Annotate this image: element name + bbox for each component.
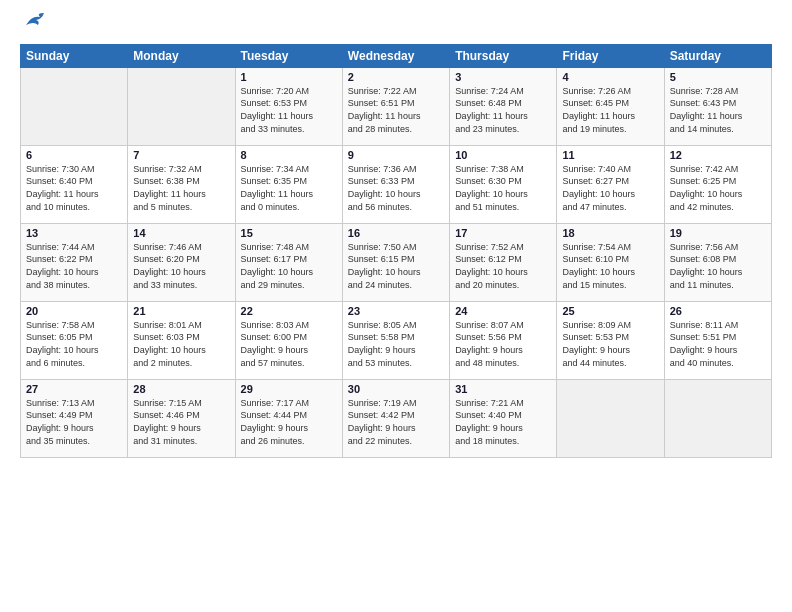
calendar-cell: 14Sunrise: 7:46 AM Sunset: 6:20 PM Dayli… [128,223,235,301]
day-number: 8 [241,149,337,161]
calendar-cell [557,379,664,457]
header [20,16,772,36]
cell-info: Sunrise: 7:54 AM Sunset: 6:10 PM Dayligh… [562,241,658,291]
calendar-cell: 22Sunrise: 8:03 AM Sunset: 6:00 PM Dayli… [235,301,342,379]
cell-info: Sunrise: 7:52 AM Sunset: 6:12 PM Dayligh… [455,241,551,291]
day-number: 7 [133,149,229,161]
cell-info: Sunrise: 8:03 AM Sunset: 6:00 PM Dayligh… [241,319,337,369]
calendar-cell: 13Sunrise: 7:44 AM Sunset: 6:22 PM Dayli… [21,223,128,301]
cell-info: Sunrise: 7:38 AM Sunset: 6:30 PM Dayligh… [455,163,551,213]
week-row-2: 6Sunrise: 7:30 AM Sunset: 6:40 PM Daylig… [21,145,772,223]
week-row-3: 13Sunrise: 7:44 AM Sunset: 6:22 PM Dayli… [21,223,772,301]
day-number: 25 [562,305,658,317]
day-number: 22 [241,305,337,317]
header-cell-monday: Monday [128,44,235,67]
calendar-cell: 4Sunrise: 7:26 AM Sunset: 6:45 PM Daylig… [557,67,664,145]
calendar-cell: 29Sunrise: 7:17 AM Sunset: 4:44 PM Dayli… [235,379,342,457]
cell-info: Sunrise: 7:56 AM Sunset: 6:08 PM Dayligh… [670,241,766,291]
calendar-cell: 12Sunrise: 7:42 AM Sunset: 6:25 PM Dayli… [664,145,771,223]
cell-info: Sunrise: 7:22 AM Sunset: 6:51 PM Dayligh… [348,85,444,135]
calendar-cell [664,379,771,457]
calendar-header: SundayMondayTuesdayWednesdayThursdayFrid… [21,44,772,67]
cell-info: Sunrise: 7:34 AM Sunset: 6:35 PM Dayligh… [241,163,337,213]
day-number: 28 [133,383,229,395]
cell-info: Sunrise: 7:58 AM Sunset: 6:05 PM Dayligh… [26,319,122,369]
cell-info: Sunrise: 7:32 AM Sunset: 6:38 PM Dayligh… [133,163,229,213]
day-number: 5 [670,71,766,83]
day-number: 3 [455,71,551,83]
day-number: 31 [455,383,551,395]
calendar-cell: 23Sunrise: 8:05 AM Sunset: 5:58 PM Dayli… [342,301,449,379]
header-cell-tuesday: Tuesday [235,44,342,67]
cell-info: Sunrise: 7:50 AM Sunset: 6:15 PM Dayligh… [348,241,444,291]
calendar-cell: 21Sunrise: 8:01 AM Sunset: 6:03 PM Dayli… [128,301,235,379]
header-cell-saturday: Saturday [664,44,771,67]
day-number: 13 [26,227,122,239]
header-cell-wednesday: Wednesday [342,44,449,67]
day-number: 10 [455,149,551,161]
cell-info: Sunrise: 7:15 AM Sunset: 4:46 PM Dayligh… [133,397,229,447]
day-number: 27 [26,383,122,395]
calendar-cell: 3Sunrise: 7:24 AM Sunset: 6:48 PM Daylig… [450,67,557,145]
cell-info: Sunrise: 7:46 AM Sunset: 6:20 PM Dayligh… [133,241,229,291]
day-number: 24 [455,305,551,317]
calendar-table: SundayMondayTuesdayWednesdayThursdayFrid… [20,44,772,458]
calendar-cell: 2Sunrise: 7:22 AM Sunset: 6:51 PM Daylig… [342,67,449,145]
calendar-cell: 20Sunrise: 7:58 AM Sunset: 6:05 PM Dayli… [21,301,128,379]
cell-info: Sunrise: 7:19 AM Sunset: 4:42 PM Dayligh… [348,397,444,447]
cell-info: Sunrise: 7:21 AM Sunset: 4:40 PM Dayligh… [455,397,551,447]
calendar-cell [21,67,128,145]
cell-info: Sunrise: 7:48 AM Sunset: 6:17 PM Dayligh… [241,241,337,291]
week-row-5: 27Sunrise: 7:13 AM Sunset: 4:49 PM Dayli… [21,379,772,457]
calendar-cell: 16Sunrise: 7:50 AM Sunset: 6:15 PM Dayli… [342,223,449,301]
day-number: 6 [26,149,122,161]
calendar-body: 1Sunrise: 7:20 AM Sunset: 6:53 PM Daylig… [21,67,772,457]
calendar-cell: 30Sunrise: 7:19 AM Sunset: 4:42 PM Dayli… [342,379,449,457]
day-number: 16 [348,227,444,239]
day-number: 19 [670,227,766,239]
calendar-cell: 5Sunrise: 7:28 AM Sunset: 6:43 PM Daylig… [664,67,771,145]
cell-info: Sunrise: 7:17 AM Sunset: 4:44 PM Dayligh… [241,397,337,447]
cell-info: Sunrise: 7:42 AM Sunset: 6:25 PM Dayligh… [670,163,766,213]
cell-info: Sunrise: 8:05 AM Sunset: 5:58 PM Dayligh… [348,319,444,369]
day-number: 4 [562,71,658,83]
calendar-cell: 8Sunrise: 7:34 AM Sunset: 6:35 PM Daylig… [235,145,342,223]
day-number: 20 [26,305,122,317]
day-number: 23 [348,305,444,317]
calendar-cell: 15Sunrise: 7:48 AM Sunset: 6:17 PM Dayli… [235,223,342,301]
header-cell-thursday: Thursday [450,44,557,67]
calendar-cell: 9Sunrise: 7:36 AM Sunset: 6:33 PM Daylig… [342,145,449,223]
day-number: 12 [670,149,766,161]
cell-info: Sunrise: 7:24 AM Sunset: 6:48 PM Dayligh… [455,85,551,135]
calendar-cell: 25Sunrise: 8:09 AM Sunset: 5:53 PM Dayli… [557,301,664,379]
calendar-cell: 7Sunrise: 7:32 AM Sunset: 6:38 PM Daylig… [128,145,235,223]
cell-info: Sunrise: 8:09 AM Sunset: 5:53 PM Dayligh… [562,319,658,369]
calendar-cell: 11Sunrise: 7:40 AM Sunset: 6:27 PM Dayli… [557,145,664,223]
header-cell-sunday: Sunday [21,44,128,67]
calendar-page: SundayMondayTuesdayWednesdayThursdayFrid… [0,0,792,612]
calendar-cell: 1Sunrise: 7:20 AM Sunset: 6:53 PM Daylig… [235,67,342,145]
cell-info: Sunrise: 7:13 AM Sunset: 4:49 PM Dayligh… [26,397,122,447]
logo [20,16,46,36]
day-number: 14 [133,227,229,239]
header-cell-friday: Friday [557,44,664,67]
cell-info: Sunrise: 7:26 AM Sunset: 6:45 PM Dayligh… [562,85,658,135]
calendar-cell: 31Sunrise: 7:21 AM Sunset: 4:40 PM Dayli… [450,379,557,457]
day-number: 11 [562,149,658,161]
calendar-cell: 18Sunrise: 7:54 AM Sunset: 6:10 PM Dayli… [557,223,664,301]
calendar-cell: 10Sunrise: 7:38 AM Sunset: 6:30 PM Dayli… [450,145,557,223]
cell-info: Sunrise: 8:11 AM Sunset: 5:51 PM Dayligh… [670,319,766,369]
calendar-cell: 24Sunrise: 8:07 AM Sunset: 5:56 PM Dayli… [450,301,557,379]
calendar-cell: 6Sunrise: 7:30 AM Sunset: 6:40 PM Daylig… [21,145,128,223]
calendar-cell: 26Sunrise: 8:11 AM Sunset: 5:51 PM Dayli… [664,301,771,379]
day-number: 29 [241,383,337,395]
cell-info: Sunrise: 7:36 AM Sunset: 6:33 PM Dayligh… [348,163,444,213]
calendar-cell: 28Sunrise: 7:15 AM Sunset: 4:46 PM Dayli… [128,379,235,457]
day-number: 18 [562,227,658,239]
cell-info: Sunrise: 8:07 AM Sunset: 5:56 PM Dayligh… [455,319,551,369]
week-row-4: 20Sunrise: 7:58 AM Sunset: 6:05 PM Dayli… [21,301,772,379]
cell-info: Sunrise: 7:40 AM Sunset: 6:27 PM Dayligh… [562,163,658,213]
cell-info: Sunrise: 7:20 AM Sunset: 6:53 PM Dayligh… [241,85,337,135]
day-number: 30 [348,383,444,395]
calendar-cell [128,67,235,145]
